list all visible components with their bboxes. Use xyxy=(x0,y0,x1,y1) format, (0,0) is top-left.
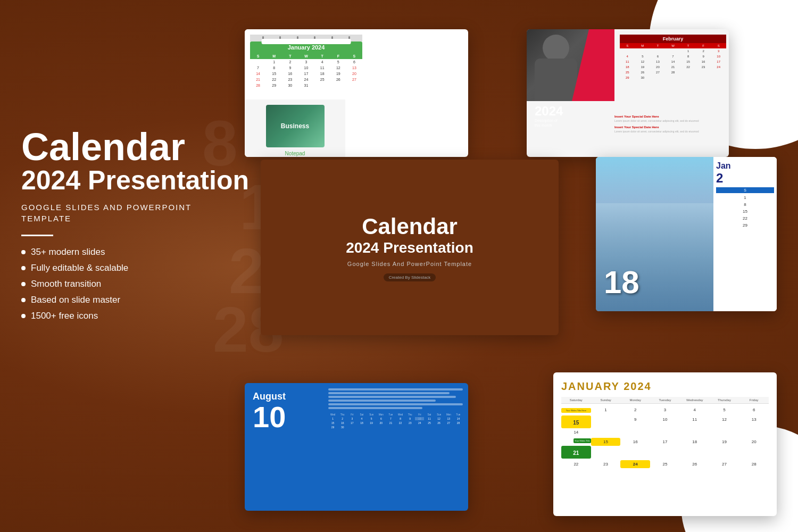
january-header: January 2024 xyxy=(250,41,362,53)
center-tagline: Google Slides And PowerPoint Template xyxy=(347,261,472,267)
insert-text-1: Insert Your Special Date Here xyxy=(614,115,724,118)
feature-2: Fully editable & scalable xyxy=(21,263,250,273)
year-number: 2024 xyxy=(535,104,563,119)
january-yellow-calendar: Saturday Sunday Monday Tuesday Wednesday… xyxy=(561,397,769,468)
january-calendar-section: January 2024 SMTWTFS 123456 78910111213 … xyxy=(245,29,368,99)
bullet-3 xyxy=(21,282,26,286)
museum-cal-row-3: 15 xyxy=(716,209,774,214)
feb-cal-body: 123 45678910 11121314151617 181920212223… xyxy=(620,48,726,80)
cal-body: 123456 78910111213 14151617181920 212223… xyxy=(250,59,362,94)
slide-center-title[interactable]: Calendar 2024 Presentation Google Slides… xyxy=(261,160,559,335)
title-sub: 2024 Presentation xyxy=(21,166,250,195)
slide-february-calendar[interactable]: February SMTWTFS 123 45678910 1112131415… xyxy=(527,29,729,157)
divider xyxy=(21,235,53,236)
subtitle: Google Slides And PowerpointTemplate xyxy=(21,202,250,224)
museum-cal-numbers: 1 8 15 22 29 xyxy=(716,195,774,228)
features-list: 35+ modern slides Fully editable & scala… xyxy=(21,247,250,321)
january-yellow-title: JANUARY 2024 xyxy=(561,380,769,393)
notepad-label: Notepad xyxy=(285,151,305,156)
museum-cal-tab: S xyxy=(716,187,774,193)
august-right: Wed Thu Fri Sat Sun Mon Tue Wed Thu Fri … xyxy=(323,383,468,511)
center-subtitle: 2024 Presentation xyxy=(346,239,473,256)
center-title: Calendar xyxy=(362,214,458,239)
feature-4: Based on slide master xyxy=(21,295,250,305)
february-calendar: February SMTWTFS 123 45678910 1112131415… xyxy=(620,35,726,80)
feb-title: February xyxy=(620,35,726,43)
notepad-section: Business Notepad xyxy=(245,99,345,157)
feb-days-header: SMTWTFS xyxy=(620,43,726,48)
bullet-1 xyxy=(21,250,26,254)
slide-january-calendar[interactable]: January 2024 SMTWTFS 123456 78910111213 … xyxy=(245,29,468,157)
notepad-image: Business xyxy=(266,105,325,147)
bullet-4 xyxy=(21,298,26,302)
slide-august[interactable]: August 10 Wed Thu Fri Sat Sun xyxy=(245,383,468,511)
year-overlay: 2024 Description ofthis month xyxy=(535,104,563,128)
august-inner: August 10 Wed Thu Fri Sat Sun xyxy=(245,383,468,511)
cal-days-header: SMTWTFS xyxy=(250,53,362,59)
feature-3: Smooth transition xyxy=(21,279,250,289)
museum-cal-row-5: 29 xyxy=(716,223,774,228)
museum-month: Jan xyxy=(716,161,774,171)
bullet-5 xyxy=(21,314,26,318)
museum-cal-row-4: 22 xyxy=(716,216,774,221)
insert-section: Insert Your Special Date Here Lorem ipsu… xyxy=(614,115,724,133)
center-credit: Created By Slidestack xyxy=(384,273,436,281)
bullet-2 xyxy=(21,266,26,270)
august-left: August 10 xyxy=(245,383,323,511)
slide-january-yellow[interactable]: JANUARY 2024 Saturday Sunday Monday Tues… xyxy=(553,372,777,516)
title-main: Calendar xyxy=(21,128,250,166)
august-cal: Wed Thu Fri Sat Sun Mon Tue Wed Thu Fri … xyxy=(328,413,463,429)
feature-1: 35+ modern slides xyxy=(21,247,250,257)
year-description: Description ofthis month xyxy=(535,119,563,128)
slide-museum[interactable]: 18 Jan 2 S 1 8 15 22 29 xyxy=(596,157,777,311)
insert-sub-1: Lorem ipsum dolor sit amet, consectetur … xyxy=(614,119,724,122)
museum-calendar: Jan 2 S 1 8 15 22 29 xyxy=(713,157,777,311)
insert-text-2: Insert Your Special Date Here xyxy=(614,126,724,129)
museum-day-number: 18 xyxy=(604,264,639,301)
museum-photo: 18 xyxy=(596,157,713,311)
august-day: 10 xyxy=(253,402,315,432)
august-text-lines xyxy=(328,388,463,409)
museum-cal-row-2: 8 xyxy=(716,202,774,207)
museum-year: 2 xyxy=(716,171,774,186)
museum-cal-row-1: 1 xyxy=(716,195,774,200)
feature-5: 1500+ free icons xyxy=(21,311,250,321)
left-panel: Calendar 2024 Presentation Google Slides… xyxy=(21,128,250,327)
insert-sub-2: Lorem ipsum dolor sit amet, consectetur … xyxy=(614,130,724,133)
